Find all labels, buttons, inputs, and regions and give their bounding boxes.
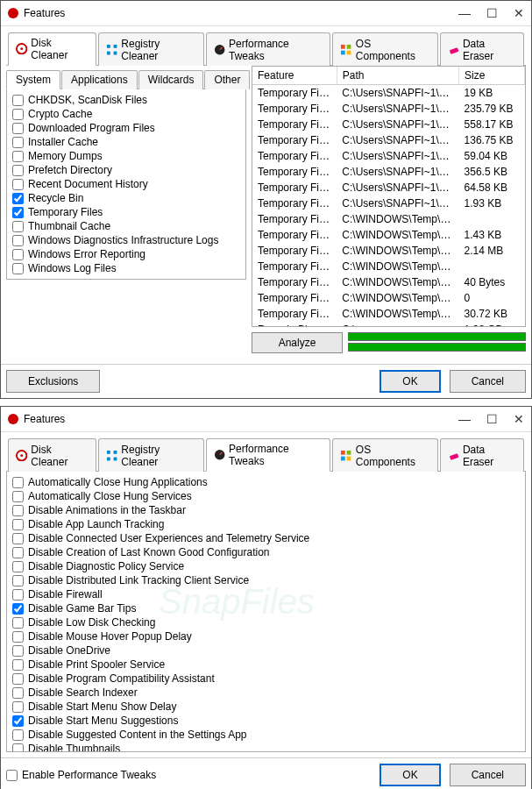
subtab-system[interactable]: System (6, 70, 60, 89)
checkbox[interactable] (12, 603, 24, 615)
enable-tweaks-checkbox[interactable]: Enable Performance Tweaks (6, 769, 156, 781)
tab-data-eraser[interactable]: Data Eraser (440, 32, 524, 66)
list-item[interactable]: Disable Suggested Content in the Setting… (7, 728, 525, 742)
close-icon[interactable]: ✕ (514, 6, 524, 20)
maximize-icon[interactable]: ☐ (486, 412, 498, 426)
list-item[interactable]: Recycle Bin (7, 191, 245, 205)
list-item[interactable]: Disable Search Indexer (7, 686, 525, 700)
checkbox[interactable] (12, 673, 24, 685)
ok-button[interactable]: OK (379, 764, 440, 786)
list-item[interactable]: Disable Distributed Link Tracking Client… (7, 573, 525, 587)
list-item[interactable]: Automatically Close Hung Services (7, 489, 525, 503)
tab-data-eraser[interactable]: Data Eraser (440, 438, 524, 472)
cancel-button[interactable]: Cancel (450, 370, 526, 393)
list-item[interactable]: Disable OneDrive (7, 643, 525, 658)
checkbox[interactable] (12, 109, 24, 120)
checkbox[interactable] (12, 123, 24, 134)
table-row[interactable]: Temporary FilesC:\Users\SNAPFI~1\App...1… (252, 195, 525, 211)
tab-os-components[interactable]: OS Components (332, 32, 437, 66)
list-item[interactable]: Disable Start Menu Show Delay (7, 700, 525, 714)
checkbox[interactable] (12, 743, 24, 753)
checkbox[interactable] (12, 505, 24, 516)
list-item[interactable]: Disable Diagnostic Policy Service (7, 559, 525, 573)
cancel-button[interactable]: Cancel (450, 764, 526, 786)
table-row[interactable]: Temporary FilesC:\Users\SNAPFI~1\App...1… (252, 85, 525, 102)
tab-registry-cleaner[interactable]: Registry Cleaner (98, 438, 204, 472)
tab-performance-tweaks[interactable]: Performance Tweaks (206, 438, 331, 472)
table-row[interactable]: Temporary FilesC:\Users\SNAPFI~1\App...3… (252, 164, 525, 180)
list-item[interactable]: Disable Mouse Hover Popup Delay (7, 629, 525, 643)
list-item[interactable]: Disable Start Menu Suggestions (7, 714, 525, 728)
tab-performance-tweaks[interactable]: Performance Tweaks (206, 32, 331, 66)
checkbox[interactable] (12, 151, 24, 162)
tab-disk-cleaner[interactable]: Disk Cleaner (8, 438, 96, 472)
list-item[interactable]: Disable Animations in the Taskbar (7, 503, 525, 517)
table-row[interactable]: Temporary FilesC:\WINDOWS\Temp\CR_... (252, 211, 525, 227)
checkbox[interactable] (12, 207, 24, 218)
column-header[interactable]: Path (337, 67, 458, 85)
checkbox[interactable] (12, 519, 24, 530)
list-item[interactable]: Disable Firewall (7, 587, 525, 601)
checkbox[interactable] (12, 715, 24, 727)
checkbox[interactable] (12, 221, 24, 232)
column-header[interactable]: Size (459, 67, 525, 85)
checkbox[interactable] (12, 477, 24, 488)
tab-disk-cleaner[interactable]: Disk Cleaner (8, 32, 96, 66)
checkbox[interactable] (12, 249, 24, 260)
checkbox[interactable] (12, 575, 24, 586)
checkbox[interactable] (12, 589, 24, 601)
checkbox[interactable] (12, 701, 24, 713)
checkbox[interactable] (12, 137, 24, 148)
list-item[interactable]: CHKDSK, ScanDisk Files (7, 93, 245, 107)
checkbox[interactable] (12, 95, 24, 106)
list-item[interactable]: Memory Dumps (7, 149, 245, 163)
list-item[interactable]: Disable Game Bar Tips (7, 601, 525, 615)
checkbox[interactable] (12, 491, 24, 502)
checkbox[interactable] (12, 617, 24, 629)
exclusions-button[interactable]: Exclusions (6, 370, 100, 393)
checkbox[interactable] (12, 645, 24, 657)
table-row[interactable]: Temporary FilesC:\WINDOWS\Temp\Cras...40… (252, 274, 525, 290)
table-row[interactable]: Temporary FilesC:\WINDOWS\Temp\CR_...1.4… (252, 227, 525, 243)
list-item[interactable]: Automatically Close Hung Applications (7, 475, 525, 489)
list-item[interactable]: Temporary Files (7, 205, 245, 219)
list-item[interactable]: Windows Error Reporting (7, 247, 245, 261)
table-row[interactable]: Recycle BinC:\1.92 GB (252, 322, 525, 326)
checkbox[interactable] (12, 561, 24, 572)
checkbox[interactable] (12, 547, 24, 558)
checkbox[interactable] (12, 687, 24, 699)
subtab-wildcards[interactable]: Wildcards (138, 70, 204, 89)
column-header[interactable]: Feature (252, 67, 337, 85)
checkbox[interactable] (12, 631, 24, 643)
analyze-button[interactable]: Analyze (252, 332, 343, 353)
minimize-icon[interactable]: — (458, 6, 471, 20)
list-item[interactable]: Thumbnail Cache (7, 219, 245, 233)
checkbox[interactable] (12, 729, 24, 741)
subtab-applications[interactable]: Applications (61, 70, 138, 89)
table-row[interactable]: Temporary FilesC:\Users\SNAPFI~1\App...1… (252, 132, 525, 148)
table-row[interactable]: Temporary FilesC:\WINDOWS\Temp\Cras...0 (252, 290, 525, 306)
list-item[interactable]: Crypto Cache (7, 107, 245, 121)
list-item[interactable]: Installer Cache (7, 135, 245, 149)
checkbox[interactable] (12, 193, 24, 204)
maximize-icon[interactable]: ☐ (486, 6, 498, 20)
list-item[interactable]: Disable Connected User Experiences and T… (7, 531, 525, 545)
checkbox[interactable] (12, 165, 24, 176)
table-row[interactable]: Temporary FilesC:\Users\SNAPFI~1\App...5… (252, 117, 525, 132)
list-item[interactable]: Disable Creation of Last Known Good Conf… (7, 545, 525, 559)
checkbox[interactable] (12, 179, 24, 190)
minimize-icon[interactable]: — (458, 412, 471, 426)
list-item[interactable]: Recent Document History (7, 177, 245, 191)
list-item[interactable]: Disable Low Disk Checking (7, 615, 525, 629)
list-item[interactable]: Windows Log Files (7, 261, 245, 275)
tab-os-components[interactable]: OS Components (332, 438, 437, 472)
list-item[interactable]: Disable App Launch Tracking (7, 517, 525, 531)
list-item[interactable]: Disable Thumbnails (7, 742, 525, 752)
list-item[interactable]: Prefetch Directory (7, 163, 245, 177)
checkbox[interactable] (12, 533, 24, 544)
checkbox[interactable] (12, 263, 24, 274)
table-row[interactable]: Temporary FilesC:\WINDOWS\Temp\CR_...2.1… (252, 243, 525, 259)
list-item[interactable]: Windows Diagnostics Infrastructure Logs (7, 233, 245, 247)
tab-registry-cleaner[interactable]: Registry Cleaner (98, 32, 204, 66)
table-row[interactable]: Temporary FilesC:\WINDOWS\Temp\chro...30… (252, 306, 525, 322)
